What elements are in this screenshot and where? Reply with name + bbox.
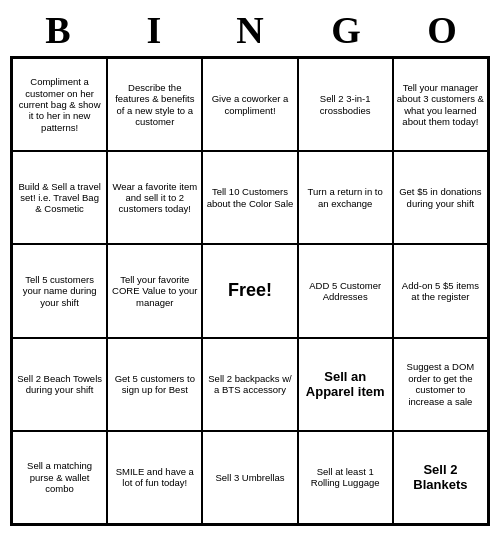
bingo-cell-0: Compliment a customer on her current bag… — [12, 58, 107, 151]
bingo-cell-3: Sell 2 3-in-1 crossbodies — [298, 58, 393, 151]
letter-n: N — [206, 8, 294, 52]
bingo-title: B I N G O — [10, 8, 490, 52]
bingo-cell-15: Sell 2 Beach Towels during your shift — [12, 338, 107, 431]
bingo-cell-18: Sell an Apparel item — [298, 338, 393, 431]
bingo-cell-11: Tell your favorite CORE Value to your ma… — [107, 244, 202, 337]
bingo-cell-19: Suggest a DOM order to get the customer … — [393, 338, 488, 431]
bingo-cell-7: Tell 10 Customers about the Color Sale — [202, 151, 297, 244]
bingo-cell-14: Add-on 5 $5 items at the register — [393, 244, 488, 337]
letter-i: I — [110, 8, 198, 52]
bingo-cell-8: Turn a return in to an exchange — [298, 151, 393, 244]
bingo-cell-10: Tell 5 customers your name during your s… — [12, 244, 107, 337]
bingo-cell-16: Get 5 customers to sign up for Best — [107, 338, 202, 431]
bingo-cell-1: Describe the features & benefits of a ne… — [107, 58, 202, 151]
bingo-cell-24: Sell 2 Blankets — [393, 431, 488, 524]
bingo-cell-23: Sell at least 1 Rolling Luggage — [298, 431, 393, 524]
bingo-cell-6: Wear a favorite item and sell it to 2 cu… — [107, 151, 202, 244]
bingo-cell-4: Tell your manager about 3 customers & wh… — [393, 58, 488, 151]
bingo-cell-12: Free! — [202, 244, 297, 337]
bingo-cell-9: Get $5 in donations during your shift — [393, 151, 488, 244]
bingo-cell-5: Build & Sell a travel set! i.e. Travel B… — [12, 151, 107, 244]
bingo-cell-21: SMILE and have a lot of fun today! — [107, 431, 202, 524]
bingo-cell-22: Sell 3 Umbrellas — [202, 431, 297, 524]
bingo-grid: Compliment a customer on her current bag… — [10, 56, 490, 526]
bingo-cell-2: Give a coworker a compliment! — [202, 58, 297, 151]
letter-b: B — [14, 8, 102, 52]
letter-o: O — [398, 8, 486, 52]
bingo-cell-20: Sell a matching purse & wallet combo — [12, 431, 107, 524]
bingo-cell-17: Sell 2 backpacks w/ a BTS accessory — [202, 338, 297, 431]
bingo-cell-13: ADD 5 Customer Addresses — [298, 244, 393, 337]
letter-g: G — [302, 8, 390, 52]
